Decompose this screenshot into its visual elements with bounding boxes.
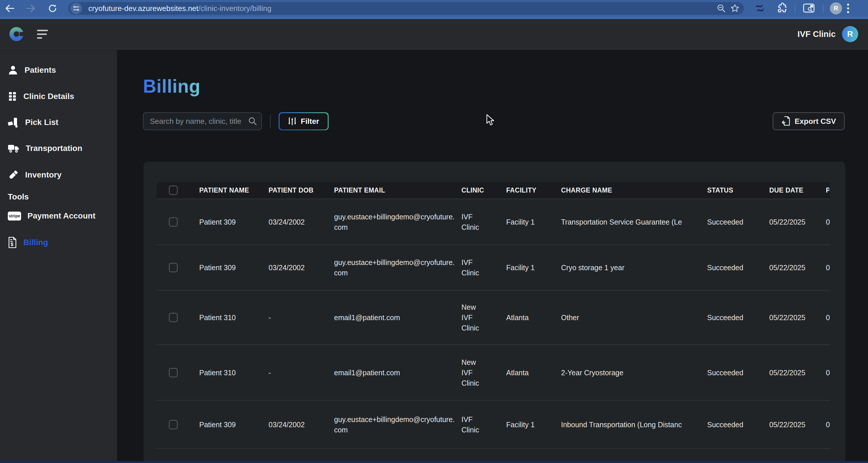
col-truncated: P — [826, 187, 829, 194]
cell-patient-email: guy.eustace+billingdemo@cryofuture.com — [334, 257, 461, 278]
cell-status: Succeeded — [707, 262, 769, 273]
window-bottom-edge — [0, 461, 868, 463]
cell-status: Succeeded — [707, 367, 769, 378]
cell-patient-email: email1@patient.com — [334, 367, 461, 378]
cell-charge-name: 2-Year Cryostorage — [561, 367, 707, 378]
filter-button[interactable]: Filter — [279, 112, 329, 130]
cell-patient-name: Patient 309 — [199, 262, 269, 273]
bookmark-star-icon[interactable] — [730, 3, 740, 13]
row-checkbox[interactable] — [169, 368, 178, 377]
sidebar-item-pick-list[interactable]: Pick List — [0, 114, 117, 131]
browser-toolbar: cryofuture-dev.azurewebsites.net/clinic-… — [0, 0, 868, 17]
cell-status: Succeeded — [707, 312, 769, 323]
cell-due-date: 05/22/2025 — [769, 262, 826, 273]
sidebar-section-tools: Tools — [8, 192, 29, 201]
zoom-out-icon[interactable] — [717, 4, 726, 13]
cell-patient-dob: 03/24/2002 — [269, 262, 334, 273]
filter-label: Filter — [301, 117, 319, 126]
reload-icon[interactable] — [46, 2, 59, 15]
table-row[interactable]: Patient 310 - email1@patient.com New IVF… — [157, 344, 830, 400]
export-csv-button[interactable]: Export CSV — [773, 112, 845, 130]
col-charge-name: CHARGE NAME — [561, 187, 707, 194]
cell-truncated: 0 — [826, 367, 830, 378]
sidebar-item-label: Transportation — [26, 144, 82, 153]
site-settings-icon[interactable] — [70, 3, 82, 14]
billing-table-card: PATIENT NAME PATIENT DOB PATIENT EMAIL C… — [144, 162, 845, 463]
menu-toggle-icon[interactable] — [37, 30, 50, 39]
main-content: Billing Filter Export CSV — [117, 50, 868, 463]
sidebar-item-billing[interactable]: $ Billing — [0, 234, 117, 251]
sidebar-item-payment-account[interactable]: stripe Payment Account — [0, 207, 117, 225]
table-row[interactable]: Patient 309 03/24/2002 guy.eustace+billi… — [157, 244, 830, 290]
back-icon[interactable] — [3, 2, 16, 15]
browser-menu-icon[interactable] — [847, 3, 849, 14]
select-all-checkbox[interactable] — [169, 186, 178, 195]
row-checkbox[interactable] — [169, 313, 178, 322]
clinic-name: IVF Clinic — [798, 29, 836, 39]
url-path: /clinic-inventory/billing — [198, 4, 272, 13]
vial-icon — [8, 169, 19, 180]
sidebar-item-transportation[interactable]: Transportation — [0, 140, 117, 157]
cell-patient-dob: 03/24/2002 — [269, 420, 334, 430]
row-checkbox[interactable] — [169, 420, 178, 429]
app-logo-icon[interactable] — [8, 26, 25, 42]
filter-sliders-icon — [288, 117, 296, 126]
sidebar-item-label: Inventory — [25, 170, 62, 179]
cell-facility: Facility 1 — [506, 262, 561, 273]
table-row[interactable]: Patient 310 - email1@patient.com New IVF… — [157, 290, 830, 344]
cell-due-date: 05/22/2025 — [769, 312, 826, 323]
sidebar-item-label: Pick List — [25, 118, 58, 127]
table-row[interactable]: Patient 309 03/24/2002 guy.eustace+billi… — [157, 400, 830, 448]
cell-charge-name: Cryo storage 1 year — [561, 262, 707, 273]
toolbar-divider — [795, 4, 795, 13]
cell-charge-name: Transportation Service Guarantee (Le — [561, 217, 707, 227]
toolbar-edge — [0, 17, 868, 19]
row-checkbox[interactable] — [169, 217, 178, 227]
cell-clinic: New IVF Clinic — [461, 357, 506, 388]
toolbar-divider — [823, 4, 824, 13]
cell-patient-name: Patient 309 — [199, 217, 269, 227]
col-clinic: CLINIC — [461, 187, 506, 194]
controls-row: Filter Export CSV — [143, 112, 845, 130]
cell-patient-name: Patient 309 — [199, 420, 269, 430]
cell-due-date: 05/22/2025 — [769, 217, 826, 227]
cell-patient-email: guy.eustace+billingdemo@cryofuture.com — [334, 211, 461, 232]
export-file-icon — [781, 116, 790, 126]
person-icon — [8, 65, 18, 75]
sidebar-item-clinic-details[interactable]: Clinic Details — [0, 88, 117, 105]
cell-clinic: IVF Clinic — [461, 211, 506, 232]
extension-flag-icon[interactable] — [754, 3, 766, 13]
col-due-date: DUE DATE — [769, 187, 826, 194]
cell-truncated: 0 — [826, 262, 830, 273]
url-domain: cryofuture-dev.azurewebsites.net — [88, 4, 198, 13]
cell-patient-dob: 03/24/2002 — [269, 217, 334, 227]
extensions-puzzle-icon[interactable] — [775, 3, 786, 14]
sidebar-item-label: Clinic Details — [23, 92, 74, 101]
forward-icon[interactable] — [24, 2, 37, 15]
sidebar: Patients Clinic Details Pick List Transp… — [0, 50, 117, 463]
sidebar-item-inventory[interactable]: Inventory — [0, 166, 117, 184]
search-panel-icon[interactable] — [803, 3, 815, 13]
cell-patient-name: Patient 310 — [199, 312, 269, 323]
invoice-icon: $ — [8, 237, 17, 248]
export-label: Export CSV — [795, 117, 836, 126]
cell-charge-name: Other — [561, 312, 707, 323]
url-bar[interactable]: cryofuture-dev.azurewebsites.net/clinic-… — [68, 2, 744, 15]
table-header-row: PATIENT NAME PATIENT DOB PATIENT EMAIL C… — [157, 182, 830, 199]
cell-truncated: 0 — [826, 217, 830, 227]
cell-patient-dob: - — [269, 312, 334, 323]
app-header: IVF Clinic R — [0, 19, 868, 49]
sidebar-item-patients[interactable]: Patients — [0, 62, 117, 79]
url-text[interactable]: cryofuture-dev.azurewebsites.net/clinic-… — [88, 4, 717, 13]
search-input[interactable] — [143, 112, 262, 130]
truck-icon — [8, 143, 19, 153]
table-row[interactable]: Patient 309 03/24/2002 guy.eustace+billi… — [157, 199, 830, 244]
browser-profile-avatar[interactable]: R — [830, 2, 842, 14]
billing-table: PATIENT NAME PATIENT DOB PATIENT EMAIL C… — [157, 182, 830, 463]
user-avatar[interactable]: R — [842, 26, 858, 42]
row-checkbox[interactable] — [169, 263, 178, 272]
dolly-icon — [8, 117, 19, 128]
cell-truncated: 0 — [826, 420, 830, 430]
cell-patient-email: email1@patient.com — [334, 312, 461, 323]
sidebar-item-label: Patients — [25, 66, 56, 75]
